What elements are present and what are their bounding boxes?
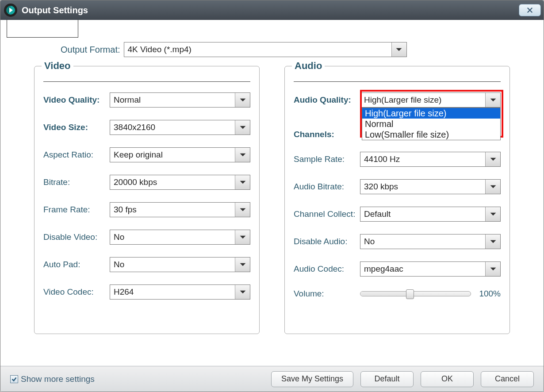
show-more-checkbox[interactable]: Show more settings [10,374,95,384]
auto-pad-select[interactable]: No [110,257,250,272]
ok-button[interactable]: OK [421,371,474,387]
settings-groups: Video Video Quality: Normal Video Size: … [8,66,536,334]
video-quality-label: Video Quality: [43,95,110,105]
sample-rate-label: Sample Rate: [294,154,360,164]
cancel-button[interactable]: Cancel [481,371,534,387]
video-quality-select[interactable]: Normal [110,92,250,108]
default-button[interactable]: Default [360,371,414,387]
auto-pad-value: No [110,260,235,269]
video-codec-select[interactable]: H264 [110,284,250,300]
close-icon [526,6,534,14]
auto-pad-label: Auto Pad: [43,260,110,269]
disable-audio-label: Disable Audio: [294,237,360,246]
disable-video-value: No [110,232,235,242]
video-size-select[interactable]: 3840x2160 [110,120,250,135]
sample-rate-select[interactable]: 44100 Hz [360,152,501,167]
audio-quality-value: High(Larger file size) [360,95,485,105]
volume-label: Volume: [294,289,360,299]
output-format-value: 4K Video (*.mp4) [124,45,391,54]
chevron-down-icon [485,234,500,249]
tab-stub [7,20,78,38]
video-size-label: Video Size: [43,123,110,132]
audio-quality-option[interactable]: Normal [362,119,500,129]
chevron-down-icon [235,257,250,272]
audio-legend: Audio [292,60,325,72]
aspect-ratio-value: Keep original [110,150,235,160]
volume-fill [360,292,410,296]
audio-group: Audio Audio Quality: High(Larger file si… [284,66,510,334]
audio-codec-value: mpeg4aac [360,264,485,274]
chevron-down-icon [235,93,250,107]
disable-audio-select[interactable]: No [360,234,501,249]
content-area: Output Format: 4K Video (*.mp4) Video Vi… [0,20,544,366]
output-format-label: Output Format: [61,45,120,55]
channels-label: Channels: [294,130,360,139]
checkbox-box [10,375,18,383]
disable-video-label: Disable Video: [43,232,110,242]
output-format-row: Output Format: 4K Video (*.mp4) [61,42,536,57]
app-logo-icon [4,4,17,17]
audio-codec-label: Audio Codec: [294,264,360,274]
chevron-down-icon [485,180,500,194]
audio-quality-option[interactable]: High(Larger file size) [362,108,500,119]
chevron-down-icon [235,175,250,189]
audio-quality-dropdown[interactable]: High(Larger file size) Normal Low(Smalle… [362,108,501,140]
audio-codec-select[interactable]: mpeg4aac [360,261,501,277]
footer: Show more settings Save My Settings Defa… [0,366,544,392]
close-button[interactable] [519,4,541,16]
chevron-down-icon [485,262,500,276]
dialog-title: Output Settings [22,5,88,15]
frame-rate-value: 30 fps [110,205,235,215]
audio-quality-select[interactable]: High(Larger file size) [360,92,501,108]
chevron-down-icon [235,230,250,244]
volume-percent: 100% [479,289,501,299]
output-format-select[interactable]: 4K Video (*.mp4) [124,42,407,57]
video-quality-value: Normal [110,95,235,105]
volume-thumb[interactable] [406,289,414,299]
frame-rate-label: Frame Rate: [43,205,110,215]
video-bitrate-value: 20000 kbps [110,177,235,187]
chevron-down-icon [391,42,406,57]
save-my-settings-button[interactable]: Save My Settings [271,371,353,387]
video-group: Video Video Quality: Normal Video Size: … [34,66,260,334]
video-codec-value: H264 [110,287,235,297]
audio-quality-area: Audio Quality: High(Larger file size) Hi… [294,92,501,139]
chevron-down-icon [485,207,500,221]
titlebar: Output Settings [0,0,544,20]
audio-bitrate-label: Audio Bitrate: [294,182,360,192]
disable-video-select[interactable]: No [110,230,250,245]
frame-rate-select[interactable]: 30 fps [110,202,250,217]
volume-row: Volume: 100% [294,289,501,299]
video-bitrate-select[interactable]: 20000 kbps [110,175,250,190]
audio-quality-option[interactable]: Low(Smaller file size) [362,129,500,140]
chevron-down-icon [235,203,250,217]
audio-quality-label: Audio Quality: [294,95,360,105]
video-bitrate-label: Bitrate: [43,177,110,187]
chevron-down-icon [485,93,500,107]
chevron-down-icon [235,285,250,299]
checkmark-icon [11,376,17,382]
output-settings-dialog: Output Settings Output Format: 4K Video … [0,0,544,392]
video-size-value: 3840x2160 [110,123,235,132]
chevron-down-icon [485,152,500,166]
audio-bitrate-select[interactable]: 320 kbps [360,179,501,194]
audio-bitrate-value: 320 kbps [360,182,485,192]
show-more-label: Show more settings [21,374,95,384]
disable-audio-value: No [360,237,485,246]
channel-collect-select[interactable]: Default [360,207,501,222]
aspect-ratio-select[interactable]: Keep original [110,147,250,162]
divider [294,81,501,82]
divider [43,81,250,82]
volume-slider[interactable] [360,291,471,296]
sample-rate-value: 44100 Hz [360,154,485,164]
video-legend: Video [42,60,73,72]
chevron-down-icon [235,120,250,135]
chevron-down-icon [235,148,250,162]
channel-collect-value: Default [360,209,485,219]
aspect-ratio-label: Aspect Ratio: [43,150,110,160]
video-codec-label: Video Codec: [43,287,110,297]
channel-collect-label: Channel Collect: [294,209,360,219]
